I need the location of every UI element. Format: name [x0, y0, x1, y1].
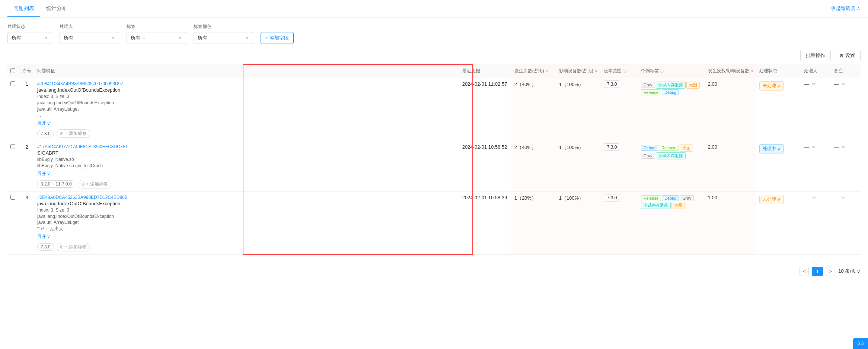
occur-sort-icon: ⇅ — [545, 69, 548, 73]
bottom-bar: 5 3 — [853, 338, 868, 349]
status-filter-arrow: ▼ — [44, 36, 48, 40]
issue-detail-line: Index: 3, Size: 3 — [37, 93, 456, 100]
status-badge[interactable]: 未处理 ∨ — [759, 195, 784, 204]
issue-link[interactable]: #2E48A0DCA45263BA990ED7D12C4ED86B — [37, 195, 456, 200]
instance-tag: 测试内存泄露 — [656, 152, 686, 159]
td-latest-report: 2024-02-01 11:02:57 — [459, 78, 511, 141]
collapse-button[interactable]: 收起隐藏项 ∧ — [831, 5, 861, 12]
add-tag-button[interactable]: ⊕ + 添加标签 — [57, 129, 90, 138]
remark-edit-icon[interactable]: ✏ — [842, 195, 846, 200]
add-field-button[interactable]: + 添加字段 — [261, 32, 294, 44]
status-badge[interactable]: 未处理 ∨ — [759, 81, 784, 91]
handler-filter-value: 所有 — [64, 35, 73, 41]
instance-tag: Release — [641, 195, 661, 201]
handler-filter-select[interactable]: 所有 ▼ — [60, 32, 119, 44]
tag-color-filter-select[interactable]: 所有 ▼ — [194, 32, 253, 44]
th-latest-report: 最近上报 — [459, 64, 511, 78]
table-wrapper: 序号 问题特征 最近上报 发生次数(占比) ⇅ 影响设备数(占比) — [0, 64, 868, 262]
td-version-range: 7.3.0 — [601, 141, 638, 192]
tag-filter-inner: 所有 ✕ — [131, 35, 145, 41]
issue-detail-line: java.lang.IndexOutOfBoundsException — [37, 213, 456, 220]
handler-filter-label: 处理人 — [60, 23, 119, 30]
th-version-range: 版本范围 ⓘ — [601, 64, 638, 78]
handler-filter-arrow: ▼ — [111, 36, 115, 40]
issue-link[interactable]: #17A5D4A61A1D749E8CAD250EFC8DC7F1 — [37, 144, 456, 149]
td-instance-tags: ReleaseDebugGray测试内存泄露大图 — [638, 191, 705, 254]
instance-tag: 大图 — [671, 202, 685, 209]
td-remark: — ✏ — [831, 78, 861, 141]
handler-edit-icon[interactable]: ✏ — [812, 195, 816, 200]
issue-link[interactable]: #70841D343A4BB8A8B505700700093D97 — [37, 81, 456, 86]
select-all-checkbox[interactable] — [10, 68, 15, 73]
td-issue: #70841D343A4BB8A8B505700700093D97 java.l… — [34, 78, 459, 141]
instance-tag: Release — [659, 145, 679, 151]
handler-edit-icon[interactable]: ✏ — [812, 81, 816, 87]
settings-icon: ⚙ — [839, 53, 844, 58]
tab-stats[interactable]: 统计分布 — [40, 0, 73, 17]
version-info-icon[interactable]: ⓘ — [623, 68, 627, 74]
tag-color-filter-group: 标签颜色 所有 ▼ — [194, 23, 253, 44]
td-status: 处理中 ∨ — [756, 141, 801, 192]
tab-issue-list[interactable]: 问题列表 — [7, 0, 40, 17]
td-remark: — ✏ — [831, 191, 861, 254]
table-body: 1 #70841D343A4BB8A8B505700700093D97 java… — [7, 78, 861, 255]
td-status: 未处理 ∨ — [756, 191, 801, 254]
td-checkbox — [7, 141, 19, 192]
td-affect-devices: 1（100%） — [556, 191, 601, 254]
tag-filter-clear[interactable]: ✕ — [142, 36, 145, 41]
tab-bar: 问题列表 统计分布 收起隐藏项 ∧ — [0, 0, 868, 18]
next-page-button[interactable]: > — [826, 267, 836, 276]
expand-button[interactable]: 展开 ∨ — [37, 120, 456, 126]
remark-edit-icon[interactable]: ✏ — [842, 81, 846, 87]
th-instance-tags: 个例标签 ⓘ — [638, 64, 705, 78]
td-occur-count: 2（40%） — [511, 141, 556, 192]
instance-tag: Gray — [641, 82, 655, 88]
status-filter-value: 所有 — [12, 35, 21, 41]
page-size-select[interactable]: 10 条/页 ∨ — [838, 268, 861, 275]
handler-edit-icon[interactable]: ✏ — [812, 144, 816, 150]
tag-color-filter-value: 所有 — [198, 35, 207, 41]
current-page[interactable]: 1 — [812, 267, 823, 276]
batch-operation-button[interactable]: 批量操作 — [800, 50, 831, 61]
issue-detail-line: java.util.ArrayList.get — [37, 219, 456, 226]
instance-tag: 测试内存泄露 — [641, 202, 671, 209]
version-tag: 7.3.0 — [37, 130, 54, 137]
handler-filter-group: 处理人 所有 ▼ — [60, 23, 119, 44]
td-latest-report: 2024-02-01 10:58:52 — [459, 141, 511, 192]
row-checkbox[interactable] — [10, 195, 15, 200]
td-handler: — ✏ — [801, 78, 831, 141]
issue-title: SIGABRT — [37, 150, 456, 156]
page-size-value: 10 条/页 — [838, 268, 856, 275]
tag-filter-group: 标签 所有 ✕ ▼ — [127, 23, 186, 44]
row-checkbox[interactable] — [10, 144, 15, 149]
th-affect-devices[interactable]: 影响设备数(占比) ⇅ — [556, 64, 601, 78]
td-occur-per-device: 1.00 — [705, 191, 756, 254]
td-occur-count: 1（20%） — [511, 191, 556, 254]
issue-detail-line: java.util.ArrayList.get — [37, 106, 456, 112]
th-occur-count[interactable]: 发生次数(占比) ⇅ — [511, 64, 556, 78]
expand-button[interactable]: 展开 ∨ — [37, 171, 456, 177]
expand-button[interactable]: 展开 ∨ — [37, 234, 456, 240]
td-seq: 1 — [19, 78, 34, 141]
td-handler: — ✏ — [801, 141, 831, 192]
td-status: 未处理 ∨ — [756, 78, 801, 141]
td-version-range: 7.3.0 — [601, 78, 638, 141]
th-occur-per-device[interactable]: 发生次数/影响设备数 ⇅ — [705, 64, 756, 78]
instance-tag: Debug — [662, 195, 679, 201]
prev-page-button[interactable]: < — [800, 267, 809, 276]
remark-edit-icon[interactable]: ✏ — [842, 144, 846, 150]
instance-tag: 测试内存泄露 — [656, 82, 686, 89]
settings-button[interactable]: ⚙ 设置 — [834, 50, 861, 61]
tag-filter-select[interactable]: 所有 ✕ ▼ — [127, 32, 186, 44]
td-checkbox — [7, 78, 19, 141]
td-occur-per-device: 2.00 — [705, 141, 756, 192]
settings-label: 设置 — [845, 52, 855, 59]
row-checkbox[interactable] — [10, 81, 15, 86]
th-seq: 序号 — [19, 64, 34, 78]
status-badge[interactable]: 处理中 ∨ — [759, 144, 784, 153]
status-filter-select[interactable]: 所有 ▼ — [7, 32, 52, 44]
td-issue: #2E48A0DCA45263BA990ED7D12C4ED86B java.l… — [34, 191, 459, 254]
add-tag-button[interactable]: ⊕ + 添加标签 — [57, 243, 90, 251]
add-tag-button[interactable]: ⊕ + 添加标签 — [78, 180, 111, 188]
tags-info-icon[interactable]: ⓘ — [660, 68, 664, 74]
